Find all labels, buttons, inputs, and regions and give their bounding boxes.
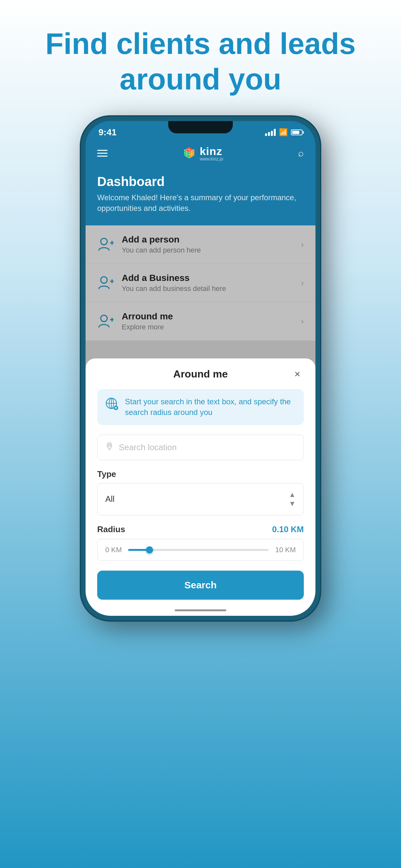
search-button[interactable]: Search: [97, 570, 304, 600]
phone-mockup: 9:41 📶: [0, 117, 401, 620]
signal-icon: [265, 129, 276, 136]
logo-text: kinz: [199, 145, 222, 158]
dashboard-section: Dashboard Welcome Khaled! Here's a summa…: [86, 168, 315, 225]
app-header: kinz www.kinz.jo ⌕: [86, 141, 315, 168]
around-me-modal: Around me ×: [86, 359, 315, 616]
slider-min-label: 0 KM: [105, 546, 122, 554]
radius-slider-track[interactable]: [128, 549, 269, 551]
info-box: Start your search in the text box, and s…: [97, 389, 304, 425]
hamburger-button[interactable]: [97, 150, 107, 157]
phone-notch: [168, 121, 233, 133]
slider-thumb[interactable]: [146, 547, 153, 554]
svg-point-30: [109, 444, 111, 446]
location-pin-icon: [105, 442, 114, 453]
radius-header: Radius 0.10 KM: [97, 524, 304, 534]
status-time: 9:41: [98, 127, 117, 137]
hero-title: Find clients and leads around you: [0, 0, 401, 117]
radius-label: Radius: [97, 524, 125, 534]
radius-slider-container: 0 KM 10 KM: [97, 539, 304, 561]
menu-cards-area: Add a person You can add person here ›: [86, 225, 315, 616]
search-location-input[interactable]: Search location: [97, 435, 304, 460]
logo: kinz www.kinz.jo: [182, 145, 223, 161]
wifi-icon: 📶: [279, 128, 288, 136]
dashboard-title: Dashboard: [97, 175, 304, 189]
modal-close-button[interactable]: ×: [291, 368, 304, 380]
hero-section: Find clients and leads around you: [0, 0, 401, 117]
status-icons: 📶: [265, 128, 303, 136]
dashboard-subtitle: Welcome Khaled! Here's a summary of your…: [97, 192, 304, 214]
modal-title: Around me: [174, 368, 228, 380]
logo-subtitle: www.kinz.jo: [199, 156, 223, 161]
home-indicator: [175, 609, 226, 611]
radius-value: 0.10 KM: [272, 524, 304, 534]
location-placeholder-text: Search location: [119, 442, 177, 453]
modal-header: Around me ×: [97, 368, 304, 380]
battery-icon: [291, 129, 303, 135]
info-text: Start your search in the text box, and s…: [125, 396, 296, 418]
logo-cube-icon: [182, 146, 196, 160]
phone-frame: 9:41 📶: [81, 117, 320, 620]
screen: 9:41 📶: [86, 121, 315, 616]
type-value: All: [105, 494, 115, 504]
type-label: Type: [97, 469, 304, 479]
header-search-icon[interactable]: ⌕: [298, 148, 304, 159]
type-select[interactable]: All ▲ ▼: [97, 483, 304, 516]
type-arrows-icon: ▲ ▼: [289, 491, 296, 508]
logo-text-group: kinz www.kinz.jo: [199, 145, 223, 161]
hero-heading: Find clients and leads around you: [0, 26, 401, 97]
slider-max-label: 10 KM: [275, 546, 296, 554]
globe-search-icon: [105, 397, 119, 414]
